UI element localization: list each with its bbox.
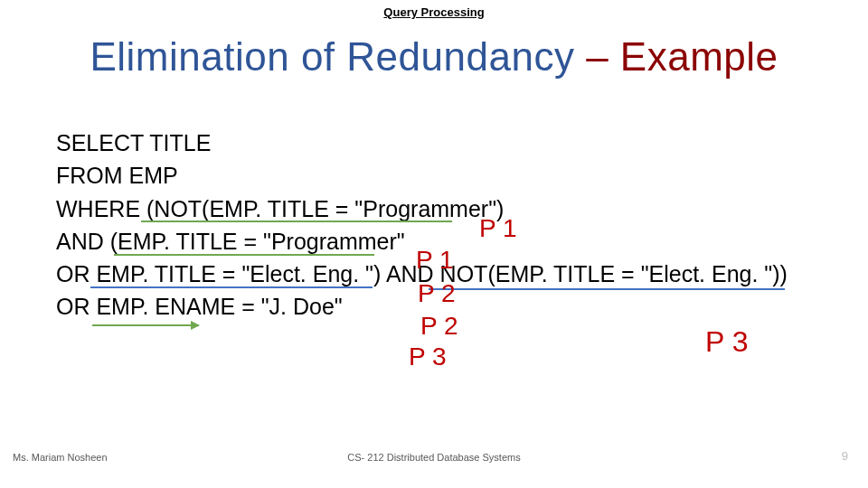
annotation-p2-a: P 2 [418, 279, 456, 308]
topic-header: Query Processing [0, 5, 868, 19]
slide-title: Elimination of Redundancy – Example [0, 34, 868, 80]
footer-course: CS- 212 Distributed Database Systems [0, 452, 868, 463]
annotation-p2-b: P 2 [420, 312, 458, 341]
annotation-p3-a: P 3 [409, 343, 447, 371]
sql-line: SELECT TITLE [56, 127, 832, 159]
arrow-p3 [92, 324, 199, 326]
underline-p2-a [90, 286, 373, 288]
underline-p1-b [114, 254, 374, 256]
underline-p2-b [429, 288, 785, 290]
underline-p1-a [141, 221, 452, 222]
footer-page: 9 [842, 449, 848, 463]
slide: Query Processing Elimination of Redundan… [0, 0, 868, 488]
annotation-p3-b: P 3 [705, 325, 748, 359]
title-part-2: – Example [586, 34, 778, 79]
annotation-p1-b: P 1 [416, 246, 454, 275]
annotation-p1-a: P 1 [479, 214, 517, 243]
sql-line: FROM EMP [56, 159, 832, 192]
title-part-1: Elimination of Redundancy [90, 34, 586, 79]
